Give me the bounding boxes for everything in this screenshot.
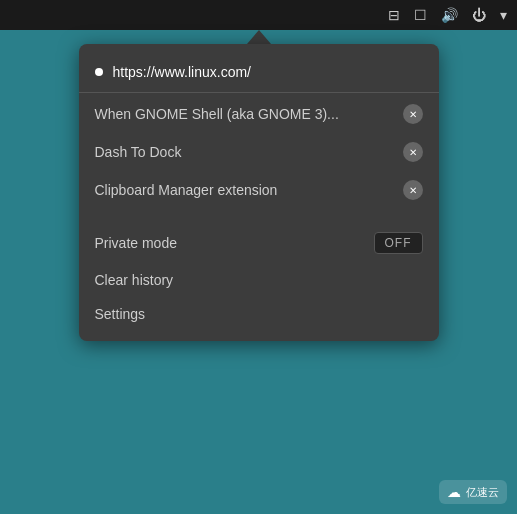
popup-arrow [247,30,271,44]
history-item-3[interactable]: Clipboard Manager extension [79,171,439,209]
clear-history-row[interactable]: Clear history [79,263,439,297]
url-text: https://www.linux.com/ [113,64,252,80]
url-row[interactable]: https://www.linux.com/ [79,58,439,90]
window-icon[interactable]: ☐ [414,7,427,23]
settings-row[interactable]: Settings [79,297,439,331]
top-bar: ⊟ ☐ 🔊 ⏻ ▾ [0,0,517,30]
section-gap [79,209,439,223]
power-icon[interactable]: ⏻ [472,7,486,23]
history-item-1[interactable]: When GNOME Shell (aka GNOME 3)... [79,95,439,133]
volume-icon[interactable]: 🔊 [441,7,458,23]
url-bullet [95,68,103,76]
close-button-1[interactable] [403,104,423,124]
history-item-1-text: When GNOME Shell (aka GNOME 3)... [95,106,339,122]
settings-label: Settings [95,306,146,322]
history-item-2-text: Dash To Dock [95,144,182,160]
watermark-text: 亿速云 [466,485,499,500]
private-mode-toggle[interactable]: OFF [374,232,423,254]
private-mode-value: OFF [385,236,412,250]
clipboard-icon[interactable]: ⊟ [388,7,400,23]
watermark-icon: ☁ [447,484,461,500]
chevron-down-icon[interactable]: ▾ [500,7,507,23]
popup-container: https://www.linux.com/ When GNOME Shell … [79,30,439,341]
close-button-3[interactable] [403,180,423,200]
close-button-2[interactable] [403,142,423,162]
watermark: ☁ 亿速云 [439,480,507,504]
private-mode-label: Private mode [95,235,177,251]
popup-panel: https://www.linux.com/ When GNOME Shell … [79,44,439,341]
history-item-2[interactable]: Dash To Dock [79,133,439,171]
private-mode-row[interactable]: Private mode OFF [79,223,439,263]
history-item-3-text: Clipboard Manager extension [95,182,278,198]
divider-1 [79,92,439,93]
clear-history-label: Clear history [95,272,174,288]
